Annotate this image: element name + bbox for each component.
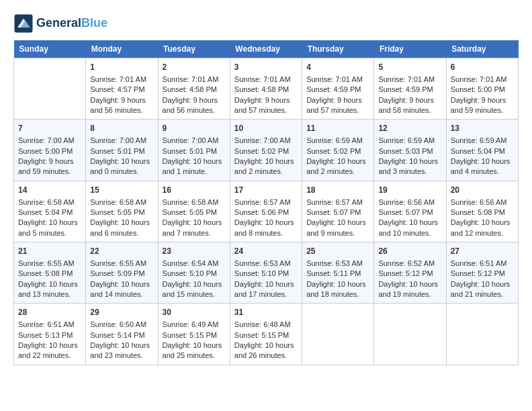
calendar-cell: 8Sunrise: 7:00 AM Sunset: 5:01 PM Daylig… (86, 120, 158, 181)
day-info: Sunrise: 7:01 AM Sunset: 4:59 PM Dayligh… (378, 75, 435, 114)
calendar-week-3: 14Sunrise: 6:58 AM Sunset: 5:04 PM Dayli… (14, 181, 519, 242)
day-info: Sunrise: 6:56 AM Sunset: 5:08 PM Dayligh… (451, 198, 511, 237)
calendar-cell: 14Sunrise: 6:58 AM Sunset: 5:04 PM Dayli… (14, 181, 86, 242)
day-number: 21 (18, 246, 81, 257)
day-number: 25 (306, 246, 369, 257)
day-info: Sunrise: 6:57 AM Sunset: 5:06 PM Dayligh… (234, 198, 294, 237)
logo-text: GeneralBlue (36, 17, 107, 30)
day-info: Sunrise: 6:48 AM Sunset: 5:15 PM Dayligh… (234, 320, 294, 359)
calendar-week-4: 21Sunrise: 6:55 AM Sunset: 5:08 PM Dayli… (14, 242, 519, 304)
day-info: Sunrise: 6:52 AM Sunset: 5:12 PM Dayligh… (378, 259, 438, 298)
calendar-cell: 11Sunrise: 6:59 AM Sunset: 5:02 PM Dayli… (302, 120, 374, 181)
day-number: 20 (451, 185, 514, 196)
day-info: Sunrise: 6:57 AM Sunset: 5:07 PM Dayligh… (306, 198, 366, 237)
calendar-cell (14, 58, 86, 120)
calendar-cell: 12Sunrise: 6:59 AM Sunset: 5:03 PM Dayli… (374, 120, 446, 181)
calendar-cell: 9Sunrise: 7:00 AM Sunset: 5:01 PM Daylig… (158, 120, 230, 181)
day-number: 13 (451, 123, 514, 134)
day-number: 9 (163, 123, 226, 134)
weekday-header-friday: Friday (374, 40, 446, 58)
logo: GeneralBlue (13, 13, 107, 34)
day-info: Sunrise: 6:53 AM Sunset: 5:11 PM Dayligh… (306, 259, 366, 298)
calendar-cell: 27Sunrise: 6:51 AM Sunset: 5:12 PM Dayli… (446, 242, 518, 304)
day-info: Sunrise: 6:59 AM Sunset: 5:02 PM Dayligh… (306, 136, 366, 175)
calendar-cell: 18Sunrise: 6:57 AM Sunset: 5:07 PM Dayli… (302, 181, 374, 242)
day-info: Sunrise: 7:01 AM Sunset: 4:58 PM Dayligh… (163, 75, 219, 114)
day-info: Sunrise: 7:00 AM Sunset: 5:02 PM Dayligh… (234, 136, 294, 175)
day-info: Sunrise: 6:53 AM Sunset: 5:10 PM Dayligh… (234, 259, 294, 298)
weekday-header-tuesday: Tuesday (158, 40, 230, 58)
calendar-cell: 4Sunrise: 7:01 AM Sunset: 4:59 PM Daylig… (302, 58, 374, 120)
day-info: Sunrise: 7:01 AM Sunset: 4:57 PM Dayligh… (90, 75, 146, 114)
day-number: 4 (306, 62, 369, 73)
calendar-cell: 6Sunrise: 7:01 AM Sunset: 5:00 PM Daylig… (446, 58, 518, 120)
calendar-cell: 24Sunrise: 6:53 AM Sunset: 5:10 PM Dayli… (230, 242, 302, 304)
day-number: 8 (90, 123, 153, 134)
calendar-cell (302, 304, 374, 365)
day-info: Sunrise: 6:58 AM Sunset: 5:05 PM Dayligh… (90, 198, 150, 237)
page-header: GeneralBlue (13, 13, 519, 34)
day-number: 12 (378, 123, 441, 134)
day-number: 1 (90, 62, 153, 73)
day-number: 14 (18, 185, 81, 196)
calendar-cell: 2Sunrise: 7:01 AM Sunset: 4:58 PM Daylig… (158, 58, 230, 120)
calendar-cell: 23Sunrise: 6:54 AM Sunset: 5:10 PM Dayli… (158, 242, 230, 304)
day-info: Sunrise: 7:00 AM Sunset: 5:00 PM Dayligh… (18, 136, 75, 175)
calendar-cell: 25Sunrise: 6:53 AM Sunset: 5:11 PM Dayli… (302, 242, 374, 304)
day-number: 7 (18, 123, 81, 134)
day-number: 19 (378, 185, 441, 196)
day-number: 2 (163, 62, 226, 73)
weekday-header-sunday: Sunday (14, 40, 86, 58)
calendar-cell: 30Sunrise: 6:49 AM Sunset: 5:15 PM Dayli… (158, 304, 230, 365)
calendar-cell: 10Sunrise: 7:00 AM Sunset: 5:02 PM Dayli… (230, 120, 302, 181)
day-info: Sunrise: 6:56 AM Sunset: 5:07 PM Dayligh… (378, 198, 438, 237)
calendar-week-2: 7Sunrise: 7:00 AM Sunset: 5:00 PM Daylig… (14, 120, 519, 181)
day-number: 30 (163, 307, 226, 318)
day-number: 16 (163, 185, 226, 196)
day-info: Sunrise: 6:59 AM Sunset: 5:04 PM Dayligh… (451, 136, 511, 175)
day-number: 3 (234, 62, 298, 73)
day-info: Sunrise: 6:55 AM Sunset: 5:09 PM Dayligh… (90, 259, 150, 298)
calendar-cell: 5Sunrise: 7:01 AM Sunset: 4:59 PM Daylig… (374, 58, 446, 120)
day-info: Sunrise: 6:58 AM Sunset: 5:04 PM Dayligh… (18, 198, 78, 237)
day-number: 22 (90, 246, 153, 257)
weekday-header-monday: Monday (86, 40, 158, 58)
day-info: Sunrise: 6:51 AM Sunset: 5:13 PM Dayligh… (18, 320, 78, 359)
calendar-cell: 19Sunrise: 6:56 AM Sunset: 5:07 PM Dayli… (374, 181, 446, 242)
day-number: 24 (234, 246, 298, 257)
day-number: 5 (378, 62, 441, 73)
day-number: 10 (234, 123, 298, 134)
day-info: Sunrise: 6:55 AM Sunset: 5:08 PM Dayligh… (18, 259, 78, 298)
day-info: Sunrise: 7:00 AM Sunset: 5:01 PM Dayligh… (163, 136, 222, 175)
day-info: Sunrise: 7:00 AM Sunset: 5:01 PM Dayligh… (90, 136, 150, 175)
calendar-cell (374, 304, 446, 365)
calendar-week-5: 28Sunrise: 6:51 AM Sunset: 5:13 PM Dayli… (14, 304, 519, 365)
day-number: 6 (451, 62, 514, 73)
weekday-header-thursday: Thursday (302, 40, 374, 58)
day-info: Sunrise: 6:54 AM Sunset: 5:10 PM Dayligh… (163, 259, 222, 298)
day-number: 15 (90, 185, 153, 196)
calendar-cell: 21Sunrise: 6:55 AM Sunset: 5:08 PM Dayli… (14, 242, 86, 304)
weekday-header-wednesday: Wednesday (230, 40, 302, 58)
day-info: Sunrise: 6:59 AM Sunset: 5:03 PM Dayligh… (378, 136, 438, 175)
calendar-cell: 1Sunrise: 7:01 AM Sunset: 4:57 PM Daylig… (86, 58, 158, 120)
calendar-cell: 20Sunrise: 6:56 AM Sunset: 5:08 PM Dayli… (446, 181, 518, 242)
calendar-week-1: 1Sunrise: 7:01 AM Sunset: 4:57 PM Daylig… (14, 58, 519, 120)
day-number: 31 (234, 307, 298, 318)
day-info: Sunrise: 6:50 AM Sunset: 5:14 PM Dayligh… (90, 320, 150, 359)
calendar-cell: 28Sunrise: 6:51 AM Sunset: 5:13 PM Dayli… (14, 304, 86, 365)
day-info: Sunrise: 7:01 AM Sunset: 4:59 PM Dayligh… (306, 75, 363, 114)
calendar-table: SundayMondayTuesdayWednesdayThursdayFrid… (13, 40, 519, 365)
day-info: Sunrise: 7:01 AM Sunset: 5:00 PM Dayligh… (451, 75, 507, 114)
calendar-cell: 17Sunrise: 6:57 AM Sunset: 5:06 PM Dayli… (230, 181, 302, 242)
calendar-cell: 13Sunrise: 6:59 AM Sunset: 5:04 PM Dayli… (446, 120, 518, 181)
day-number: 29 (90, 307, 153, 318)
calendar-cell: 16Sunrise: 6:58 AM Sunset: 5:05 PM Dayli… (158, 181, 230, 242)
day-number: 26 (378, 246, 441, 257)
calendar-cell: 3Sunrise: 7:01 AM Sunset: 4:58 PM Daylig… (230, 58, 302, 120)
day-number: 11 (306, 123, 369, 134)
day-number: 28 (18, 307, 81, 318)
weekday-header-saturday: Saturday (446, 40, 518, 58)
day-number: 18 (306, 185, 369, 196)
calendar-cell: 26Sunrise: 6:52 AM Sunset: 5:12 PM Dayli… (374, 242, 446, 304)
